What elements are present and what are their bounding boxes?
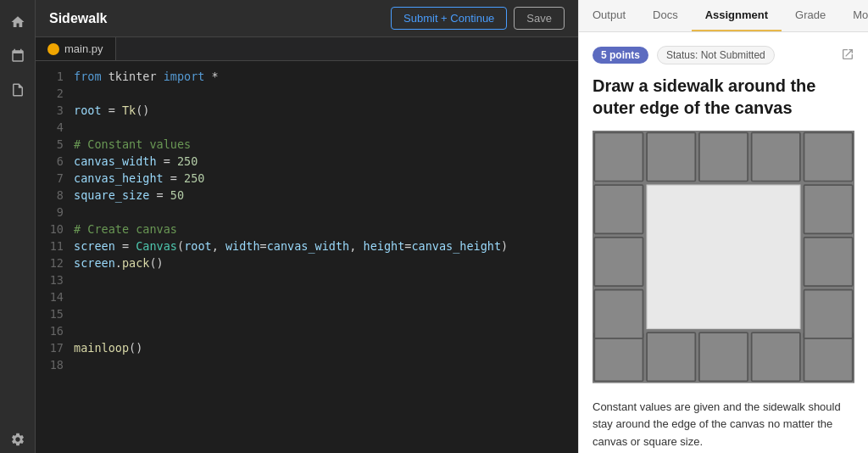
tab-output[interactable]: Output — [579, 0, 639, 31]
status-badge: Status: Not Submitted — [657, 46, 775, 64]
svg-rect-3 — [699, 132, 748, 181]
svg-rect-1 — [594, 132, 643, 181]
code-line-9: 9 — [36, 204, 578, 221]
home-icon[interactable] — [4, 8, 31, 36]
code-line-8: 8 square_size = 50 — [36, 187, 578, 204]
header-actions: Submit + Continue Save — [391, 7, 565, 30]
svg-rect-16 — [804, 290, 852, 338]
svg-rect-7 — [647, 333, 695, 381]
submit-continue-button[interactable]: Submit + Continue — [391, 7, 507, 30]
calendar-icon[interactable] — [4, 42, 31, 70]
right-panel: Output Docs Assignment Grade More 5 poin… — [578, 0, 868, 453]
svg-rect-13 — [594, 290, 643, 338]
save-button[interactable]: Save — [514, 7, 565, 30]
file-tabs: main.py — [36, 37, 578, 61]
code-line-6: 6 canvas_width = 250 — [36, 153, 578, 170]
settings-icon[interactable] — [4, 426, 31, 453]
assignment-title: Draw a sidewalk around the outer edge of… — [593, 75, 854, 119]
svg-rect-4 — [752, 132, 800, 181]
code-line-15: 15 — [36, 305, 578, 322]
python-file-icon — [47, 43, 59, 55]
svg-rect-14 — [804, 185, 852, 233]
svg-rect-10 — [804, 333, 852, 381]
code-line-18: 18 — [36, 356, 578, 373]
code-line-7: 7 canvas_height = 250 — [36, 170, 578, 187]
code-line-17: 17 mainloop() — [36, 339, 578, 356]
sidebar — [0, 0, 36, 453]
code-line-1: 1 from tkinter import * — [36, 68, 578, 85]
assignment-content: 5 points Status: Not Submitted Draw a si… — [579, 32, 868, 453]
tab-docs[interactable]: Docs — [639, 0, 692, 31]
tab-more[interactable]: More — [839, 0, 868, 31]
file-tab-label: main.py — [64, 42, 103, 55]
code-line-11: 11 screen = Canvas(root, width=canvas_wi… — [36, 238, 578, 254]
svg-rect-11 — [594, 185, 643, 233]
code-line-13: 13 — [36, 271, 578, 288]
editor-title: Sidewalk — [49, 11, 107, 26]
file-tab-main[interactable]: main.py — [36, 37, 116, 60]
code-line-12: 12 screen.pack() — [36, 254, 578, 271]
svg-rect-12 — [594, 238, 643, 286]
code-line-5: 5 # Constant values — [36, 136, 578, 153]
badge-row: 5 points Status: Not Submitted — [593, 46, 854, 64]
external-link-icon[interactable] — [841, 48, 854, 64]
panel-tabs: Output Docs Assignment Grade More — [579, 0, 868, 32]
code-line-4: 4 — [36, 119, 578, 136]
tab-grade[interactable]: Grade — [782, 0, 839, 31]
svg-rect-5 — [804, 132, 852, 181]
svg-rect-8 — [699, 333, 748, 381]
sidewalk-diagram — [593, 131, 854, 387]
svg-rect-6 — [594, 333, 643, 381]
code-line-2: 2 — [36, 85, 578, 102]
code-area[interactable]: 1 from tkinter import * 2 3 root = Tk() … — [36, 61, 578, 453]
code-line-10: 10 # Create canvas — [36, 221, 578, 238]
points-badge: 5 points — [593, 47, 648, 64]
svg-rect-15 — [804, 238, 852, 286]
code-line-14: 14 — [36, 288, 578, 305]
file-icon[interactable] — [4, 76, 31, 103]
sidewalk-svg — [593, 131, 854, 383]
svg-rect-17 — [647, 185, 800, 328]
editor-container: Sidewalk Submit + Continue Save main.py … — [36, 0, 578, 453]
tab-assignment[interactable]: Assignment — [692, 0, 782, 31]
code-line-3: 3 root = Tk() — [36, 102, 578, 119]
assignment-description: Constant values are given and the sidewa… — [593, 399, 854, 451]
editor-header: Sidewalk Submit + Continue Save — [36, 0, 578, 37]
svg-rect-2 — [647, 132, 695, 181]
svg-rect-9 — [752, 333, 800, 381]
code-line-16: 16 — [36, 322, 578, 339]
